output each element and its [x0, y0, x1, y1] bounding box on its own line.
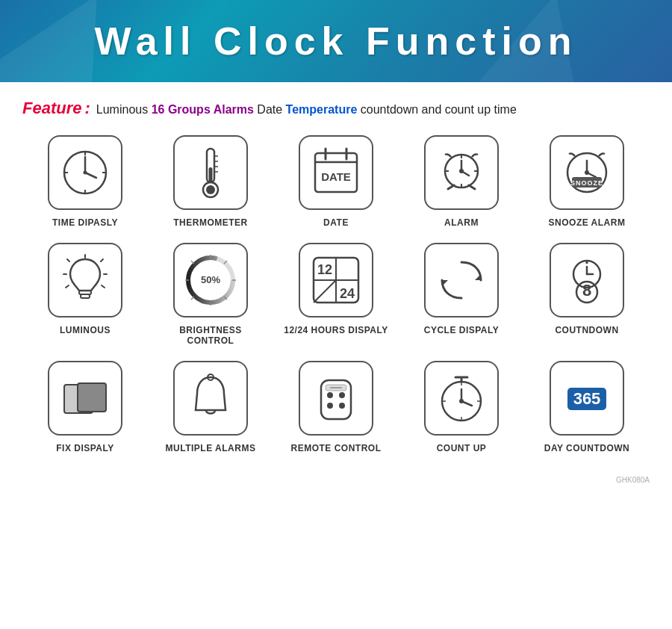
feature-date: Date — [254, 103, 286, 116]
icon-item-luminous: LUMINOUS — [33, 243, 137, 335]
svg-line-3 — [85, 173, 96, 178]
icon-box-countup — [424, 361, 499, 436]
icon-item-alarm: ALARM — [409, 135, 514, 228]
icons-row-2: LUMINOUS — [22, 243, 650, 346]
label-brightness: BRIGHTNESS CONTROL — [158, 325, 263, 346]
icon-item-snooze: SNOOZE SNOOZE ALARM — [535, 135, 639, 228]
label-day-countdown: DAY COUNTDOWN — [544, 443, 630, 453]
label-luminous: LUMINOUS — [60, 325, 111, 335]
thermometer-icon — [188, 145, 233, 201]
icon-box-cycle — [424, 243, 499, 317]
icon-box-multiple-alarms — [173, 361, 248, 436]
svg-marker-64 — [442, 280, 448, 286]
icon-box-brightness: 50% — [173, 243, 248, 317]
label-multiple-alarms: MULTIPLE ALARMS — [166, 443, 256, 453]
remote-icon — [309, 373, 363, 424]
label-remote: REMOTE CONTROL — [291, 443, 382, 453]
bell-icon — [185, 371, 236, 425]
feature-luminous: Luminous — [96, 103, 152, 116]
label-fix: FIX DISPALY — [56, 443, 114, 453]
countdown-icon: 8 — [560, 253, 614, 307]
header-title: Wall Clock Function — [95, 19, 578, 63]
label-thermometer: THERMOMETER — [173, 217, 248, 228]
icon-item-remote: REMOTE CONTROL — [284, 361, 388, 453]
icon-item-fix: FIX DISPALY — [33, 361, 137, 453]
feature-countdown: countdown and count up time — [357, 103, 516, 116]
icon-item-date: DATE DATE — [284, 135, 388, 228]
icon-item-multiple-alarms: MULTIPLE ALARMS — [158, 361, 263, 453]
watermark: GHK080A — [0, 476, 672, 492]
label-date: DATE — [323, 217, 349, 228]
icon-box-luminous — [48, 243, 122, 317]
icon-box-countdown: 8 — [550, 243, 624, 317]
icon-item-day-countdown: 365 DAY COUNTDOWN — [535, 361, 639, 453]
feature-label: Feature — [22, 99, 81, 117]
icon-box-thermometer — [173, 135, 248, 210]
feature-temp: Temperature — [286, 103, 358, 116]
brightness-icon: 50% — [181, 250, 240, 310]
bulb-icon — [60, 253, 111, 307]
label-countup: COUNT UP — [437, 443, 487, 453]
svg-point-78 — [339, 403, 345, 409]
icon-item-time-display: TIME DIPASLY — [33, 135, 137, 228]
cycle-icon — [435, 253, 488, 307]
svg-line-34 — [587, 173, 596, 177]
day365-icon: 365 — [560, 371, 614, 425]
icon-item-countup: COUNT UP — [409, 361, 514, 453]
svg-line-25 — [448, 185, 454, 189]
svg-point-77 — [327, 403, 333, 409]
icon-box-hours: 12 24 — [299, 243, 373, 317]
countup-icon — [435, 371, 488, 425]
svg-rect-38 — [81, 294, 90, 298]
icon-item-thermometer: THERMOMETER — [158, 135, 263, 228]
icon-item-brightness: 50% BRIGHTNESS CONTROL — [158, 243, 263, 346]
svg-text:12: 12 — [317, 262, 332, 277]
svg-marker-63 — [475, 274, 481, 280]
icons-row-3: FIX DISPALY MULTIPLE ALARMS — [22, 361, 650, 453]
icon-box-snooze: SNOOZE — [550, 135, 624, 210]
svg-line-40 — [67, 259, 69, 261]
label-cycle: CYCLE DISPALY — [424, 325, 500, 335]
icon-item-cycle: CYCLE DISPALY — [409, 243, 514, 335]
label-alarm: ALARM — [444, 217, 479, 228]
snooze-icon: SNOOZE — [560, 146, 614, 199]
icon-item-countdown: 8 COUTNDOWN — [535, 243, 639, 335]
alarm-icon — [435, 146, 488, 199]
feature-line: Feature:Luminous 16 Groups Alarms Date T… — [0, 82, 672, 128]
feature-colon: : — [84, 99, 90, 117]
label-time-display: TIME DIPASLY — [52, 217, 118, 228]
svg-line-62 — [314, 280, 336, 303]
svg-text:SNOOZE: SNOOZE — [570, 179, 603, 187]
svg-text:8: 8 — [582, 281, 591, 300]
icon-box-alarm — [424, 135, 499, 210]
svg-line-44 — [66, 285, 69, 288]
icon-box-fix — [48, 361, 122, 436]
label-snooze: SNOOZE ALARM — [549, 217, 626, 228]
hours-icon: 12 24 — [309, 253, 363, 307]
svg-point-11 — [206, 185, 215, 194]
label-hours: 12/24 HOURS DISPALY — [284, 325, 388, 335]
svg-text:DATE: DATE — [321, 170, 351, 183]
date-icon: DATE — [309, 146, 363, 199]
icon-box-day-countdown: 365 — [550, 361, 624, 436]
svg-line-24 — [461, 171, 469, 176]
svg-text:50%: 50% — [201, 274, 220, 285]
svg-line-41 — [101, 259, 103, 261]
svg-rect-72 — [78, 383, 106, 412]
svg-line-26 — [469, 185, 475, 189]
label-countdown: COUTNDOWN — [555, 325, 618, 335]
svg-point-86 — [459, 399, 464, 403]
svg-point-76 — [339, 392, 345, 398]
icon-box-time-display — [48, 135, 122, 210]
feature-groups: 16 Groups Alarms — [152, 103, 254, 116]
icon-box-date: DATE — [299, 135, 373, 210]
header-banner: Wall Clock Function — [0, 0, 672, 82]
icons-section: TIME DIPASLY THERMOMETER — [0, 128, 672, 476]
icons-row-1: TIME DIPASLY THERMOMETER — [22, 135, 650, 228]
svg-text:24: 24 — [340, 286, 355, 301]
icon-item-hours: 12 24 12/24 HOURS DISPALY — [284, 243, 388, 335]
svg-point-75 — [327, 392, 333, 398]
fix-icon — [58, 371, 112, 425]
svg-text:365: 365 — [573, 389, 601, 408]
icon-box-remote — [299, 361, 373, 436]
